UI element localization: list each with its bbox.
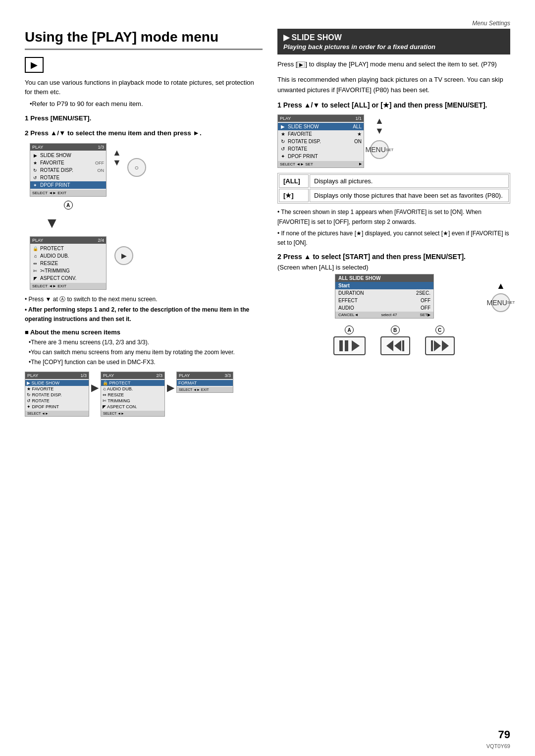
three-screen-2: PLAY2/3 🔒 PROTECT ♫ AUDIO DUB. ⇔ RESIZE … — [101, 372, 165, 417]
play-mode-icon-box: ▶ — [25, 57, 44, 73]
right-intro-1: Press [▶] to display the [PLAY] mode men… — [277, 59, 510, 70]
ff-tri-2 — [442, 340, 449, 351]
about-section: ■ About the menu screen items •There are… — [25, 328, 263, 367]
rewind-tri-2 — [394, 340, 401, 351]
label-b: B — [391, 325, 400, 334]
slide-show-header: ▶ SLIDE SHOW Playing back pictures in or… — [277, 29, 510, 54]
btn-group-c: C — [425, 325, 455, 355]
slide-show-row-icon: ▶ — [280, 124, 286, 129]
rewind-tri-1 — [386, 340, 393, 351]
right-step2: 2 Press ▲ to select [START] and then pre… — [277, 253, 510, 261]
menu-row: ◤ ASPECT CONV. — [30, 274, 106, 282]
menu-row: ↻ ROTATE DISP. ON — [30, 166, 106, 174]
fav-row-icon: ★ — [280, 131, 286, 137]
right-col: ▶ SLIDE SHOW Playing back pictures in or… — [277, 29, 510, 422]
btn-b-icon[interactable] — [380, 336, 410, 355]
about-item-2: •You can switch menu screens from any me… — [25, 348, 263, 357]
slide-audio-row: AUDIO OFF — [335, 304, 433, 312]
menu-row: ✦ DPOF PRINT — [278, 153, 364, 160]
right-menu-screen: PLAY1/1 ▶ SLIDE SHOW ALL ★ FAVORITE ★ — [277, 114, 364, 168]
menu-set-btn[interactable]: MENUSET — [370, 140, 389, 159]
menu-row: ★ FAVORITE ★ — [278, 130, 364, 138]
select-47: select 47 — [381, 313, 397, 317]
bullet-note-1: • Press ▼ at Ⓐ to switch to the next men… — [25, 295, 263, 304]
aspect-conv-icon: ◤ — [32, 276, 38, 281]
menu-row-selected: ✦ DPOF PRINT — [30, 181, 106, 189]
up-arrow: ▲ — [112, 148, 121, 157]
table-row: [★] Displays only those pictures that ha… — [279, 189, 509, 202]
menu-screen-1-container: PLAY 1/3 ▶ SLIDE SHOW ★ FAVORITE OF — [30, 143, 263, 210]
menu-row: ▶ SLIDE SHOW — [30, 152, 106, 159]
three-screen-3: PLAY3/3 FORMAT SELECT ◄► EXIT — [176, 372, 233, 393]
right-down-arrow: ▼ — [375, 126, 384, 135]
step1-label: 1 Press [MENU/SET]. — [25, 114, 91, 122]
rot-row-icon: ↺ — [280, 146, 286, 152]
menu-screen-2-footer: SELECT ◄► EXIT — [30, 283, 106, 289]
rotate-icon: ↺ — [32, 175, 38, 180]
menu-screen-2-header: PLAY 2/4 — [30, 237, 106, 244]
menu-settings-label: Menu Settings — [25, 20, 510, 27]
menu-row: ⇔ RESIZE — [101, 392, 164, 398]
play-triangle — [352, 340, 360, 351]
page-title: Using the [PLAY] mode menu — [25, 29, 263, 50]
resize-icon: ⇔ — [32, 261, 38, 266]
slide-menu-btn[interactable]: MENUSET — [491, 293, 510, 312]
btn-a-icon[interactable] — [333, 336, 366, 355]
menu-row: ★ FAVORITE OFF — [30, 159, 106, 166]
intro-text: You can use various functions in playbac… — [25, 78, 263, 97]
menu-circle-btn-1[interactable]: ○ — [127, 158, 146, 177]
btn-group-a: A — [333, 325, 366, 355]
slide-up-arrow: ▲ — [496, 281, 505, 291]
down-arrow-big: ▼ — [45, 215, 59, 231]
right-bullet-2: • If none of the pictures have [★] displ… — [277, 229, 510, 248]
menu-row: ♫ AUDIO DUB. — [30, 252, 106, 260]
menu-circle-btn-2[interactable]: ▶ — [114, 246, 133, 265]
menu-row: ★ FAVORITE — [25, 386, 89, 392]
trimming-icon: ✄ — [32, 269, 38, 273]
slide-settings-footer: CANCEL◄ select 47 SET▶ — [335, 312, 433, 318]
bottom-buttons-row: A B — [277, 325, 510, 355]
slide-arrows: ▲ MENUSET — [491, 281, 510, 312]
step2-label: 2 Press ▲/▼ to select the menu item and … — [25, 128, 263, 138]
menu-row: ▶ SLIDE SHOW ALL — [278, 123, 364, 130]
rot-disp-row-icon: ↻ — [280, 139, 286, 144]
menu-row: ↺ ROTATE — [25, 398, 89, 404]
all-value: Displays all pictures. — [310, 174, 509, 188]
dpof-row-icon: ✦ — [280, 154, 286, 159]
menu-row: ↻ ROTATE DISP. — [25, 392, 89, 398]
about-item-1: •There are 3 menu screens (1/3, 2/3 and … — [25, 338, 263, 347]
bullet-note-2: • After performing steps 1 and 2, refer … — [25, 305, 263, 324]
sub-step-label: (Screen when [ALL] is selected) — [277, 264, 510, 271]
play-mode-icon: ▶ — [31, 59, 38, 70]
pause-icon — [339, 340, 348, 351]
arrow-right-1: ▶ — [91, 381, 99, 393]
three-screens-row: PLAY1/3 ▶ SLIDE SHOW ★ FAVORITE ↻ ROTATE… — [25, 372, 263, 417]
btn-group-b: B — [380, 325, 410, 355]
slide-show-subtitle: Playing back pictures in order for a fix… — [283, 43, 504, 51]
rotate-disp-icon: ↻ — [32, 168, 38, 173]
label-a: A — [64, 201, 73, 210]
slide-show-icon: ▶ — [32, 153, 38, 158]
menu-screen-2-container: PLAY 2/4 🔒 PROTECT ♫ AUDIO DUB. — [30, 236, 263, 290]
intro-bullet: •Refer to P79 to 90 for each menu item. — [30, 100, 263, 108]
version-number: VQT0Y69 — [486, 743, 510, 749]
slide-settings-header: ALL SLIDE SHOW — [335, 274, 433, 282]
ff-tri-1 — [434, 340, 441, 351]
right-bullets: • The screen shown in step 1 appears whe… — [277, 208, 510, 248]
rewind-bar — [402, 340, 404, 351]
favorite-icon: ★ — [32, 161, 38, 165]
up-down-arrows: ▲ ▼ — [112, 148, 121, 167]
rewind-icon — [386, 340, 404, 351]
about-title: ■ About the menu screen items — [25, 328, 263, 336]
slide-show-icon: ▶ — [283, 33, 289, 42]
three-screen-1: PLAY1/3 ▶ SLIDE SHOW ★ FAVORITE ↻ ROTATE… — [25, 372, 89, 417]
ff-icon — [431, 340, 449, 351]
menu-row: 🔒 PROTECT — [101, 380, 164, 386]
btn-c-icon[interactable] — [425, 336, 455, 355]
right-vert-arrows: ▲ ▼ — [375, 116, 384, 135]
main-columns: Using the [PLAY] mode menu ▶ You can use… — [25, 29, 510, 422]
down-arrow: ▼ — [112, 158, 121, 167]
left-col: Using the [PLAY] mode menu ▶ You can use… — [25, 29, 263, 422]
label-c: C — [435, 325, 444, 334]
slide-effect-row: EFFECT OFF — [335, 297, 433, 304]
